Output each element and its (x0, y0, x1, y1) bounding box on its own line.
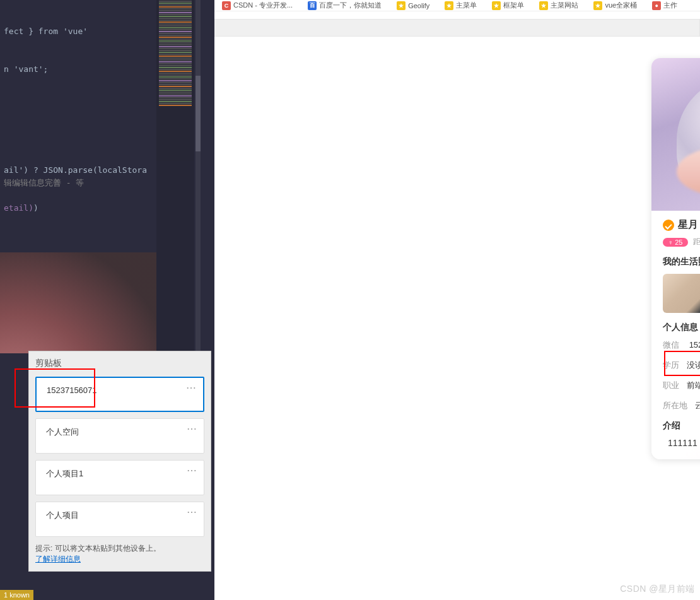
gender-age-pill: ♀25 (663, 238, 688, 247)
clipboard-panel: 剪贴板 15237156071 ⋯ 个人空间 ⋯ 个人项目1 ⋯ 个人项目 ⋯ … (28, 351, 211, 572)
clipboard-item-text: 个人项目 (46, 510, 79, 520)
bookmark-item[interactable]: ★主菜网站 (539, 1, 578, 10)
toolbar-strip (214, 19, 700, 37)
profile-cover-image (651, 58, 700, 211)
bookmark-item[interactable]: 百百度一下，你就知道 (308, 1, 382, 10)
code-editor-pane: fect } from 'vue' n 'vant'; ail') ? JSON… (0, 0, 214, 600)
bookmark-item[interactable]: ★框架单 (492, 1, 524, 10)
photos-row (663, 274, 700, 313)
bookmark-item[interactable]: ★主菜单 (445, 1, 477, 10)
clipboard-item-text: 15237156071 (47, 385, 97, 395)
bookmark-item[interactable]: ★vue全家桶 (593, 1, 637, 10)
clipboard-item[interactable]: 个人项目1 ⋯ (35, 460, 204, 495)
clipboard-hint: 提示: 可以将文本粘贴到其他设备上。 了解详细信息 (35, 543, 204, 565)
clipboard-item-menu-icon[interactable]: ⋯ (187, 464, 197, 476)
info-row-location: 所在地云南省昆明市 (663, 400, 700, 411)
intro-text: 111111 (663, 438, 700, 448)
intro-section-title: 介绍 (663, 420, 700, 432)
profile-name: 星月 (678, 218, 698, 232)
watermark-text: CSDN @星月前端 (620, 584, 695, 595)
problems-status-badge[interactable]: 1 known (0, 590, 33, 600)
editor-background-image (0, 252, 156, 353)
info-section-title: 个人信息 (663, 322, 700, 333)
clipboard-item-menu-icon[interactable]: ⋯ (187, 506, 197, 518)
bookmark-item[interactable]: ★Geolify (397, 1, 429, 10)
info-row-wechat: 微信 15237156071 (663, 339, 700, 351)
verified-badge-icon (663, 220, 674, 231)
clipboard-item-menu-icon[interactable]: ⋯ (187, 423, 197, 435)
clipboard-item-text: 个人项目1 (46, 469, 83, 478)
code-editor[interactable]: fect } from 'vue' n 'vant'; ail') ? JSON… (0, 0, 156, 252)
profile-card: ♥ ♥ ♥ ♥ 星月 ♀25 距你1314公里 我的生活照 个人信息 微信 (651, 58, 700, 459)
info-grid: 微信 15237156071 性别男 学历没读过书 身高187 职业前端来发工程… (663, 339, 700, 411)
profile-name-row: 星月 (663, 218, 700, 232)
bookmark-bar: CCSDN - 专业开发... 百百度一下，你就知道 ★Geolify ★主菜单… (214, 0, 700, 11)
code-minimap[interactable] (156, 0, 194, 353)
info-row-education: 学历没读过书 (663, 360, 700, 371)
bookmark-item[interactable]: CCSDN - 专业开发... (222, 1, 293, 10)
clipboard-item[interactable]: 15237156071 ⋯ (35, 377, 204, 412)
info-row-job: 职业前端来发工程狮 (663, 380, 700, 391)
profile-photo[interactable] (663, 274, 700, 313)
bookmark-item[interactable]: ●主作 (652, 1, 677, 10)
wechat-value: 15237156071 (689, 340, 700, 350)
clipboard-item-text: 个人空间 (46, 427, 79, 437)
editor-scrollbar[interactable] (195, 0, 201, 353)
photos-section-title: 我的生活照 (663, 256, 700, 268)
browser-preview-pane: CCSDN - 专业开发... 百百度一下，你就知道 ★Geolify ★主菜单… (214, 0, 700, 600)
clipboard-item-menu-icon[interactable]: ⋯ (186, 382, 197, 394)
clipboard-title: 剪贴板 (35, 358, 204, 369)
clipboard-item[interactable]: 个人空间 ⋯ (35, 418, 204, 454)
distance-text: 距你1314公里 (693, 237, 701, 247)
profile-meta-row: ♀25 距你1314公里 (663, 237, 700, 247)
clipboard-learn-more-link[interactable]: 了解详细信息 (35, 555, 81, 563)
clipboard-item[interactable]: 个人项目 ⋯ (35, 502, 204, 537)
